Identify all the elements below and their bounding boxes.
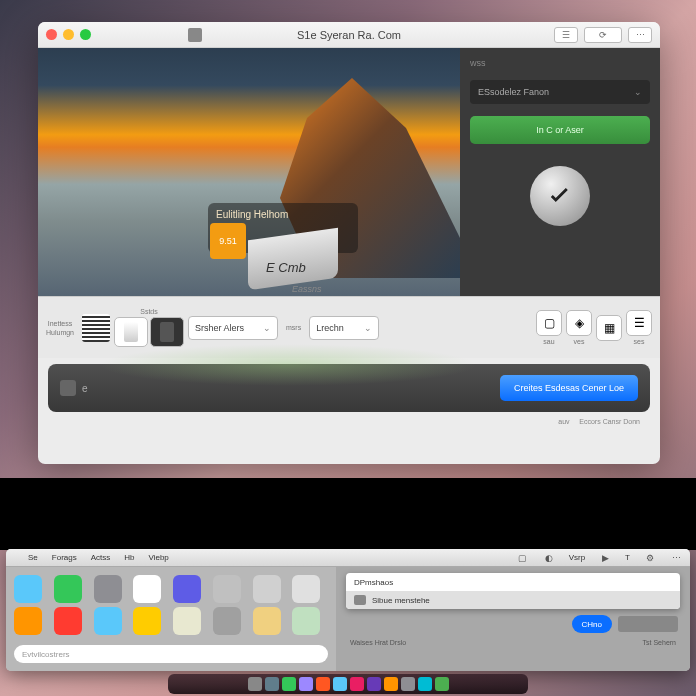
search-placeholder: Evtvilcostrers [22, 650, 70, 659]
folder-icon [354, 595, 366, 605]
app-icon-8[interactable] [14, 607, 42, 635]
app-icon-6[interactable] [253, 575, 281, 603]
dock-icon-3[interactable] [299, 677, 313, 691]
bottom-bar: e Creites Esdesas Cener Loe [48, 364, 650, 412]
footer-right: Eccors Cansr Donn [579, 418, 640, 425]
dropdown-item-2-label: Sibue menstehe [372, 596, 430, 605]
menu-item-0[interactable]: Se [28, 553, 38, 562]
dock-icon-11[interactable] [435, 677, 449, 691]
dock-icon-1[interactable] [265, 677, 279, 691]
search-input[interactable]: Evtvilcostrers [14, 645, 328, 663]
tool-label-3: Sstds [140, 308, 158, 315]
overlay-title: Eulitling Helhom [216, 209, 350, 220]
curl-text: E Cmb [266, 260, 306, 275]
close-icon[interactable] [46, 29, 57, 40]
app-icon-14[interactable] [253, 607, 281, 635]
dock-icon-2[interactable] [282, 677, 296, 691]
create-button[interactable]: Creites Esdesas Cener Loe [500, 375, 638, 401]
dock-icon-10[interactable] [418, 677, 432, 691]
confirm-button-label: CHno [582, 620, 602, 629]
app-icon-7[interactable] [292, 575, 320, 603]
sec-footer-right: Tst Sehern [643, 639, 676, 646]
primary-action-button[interactable]: In C or Aser [470, 116, 650, 144]
titlebar-button-3[interactable]: ⋯ [628, 27, 652, 43]
tool-light-button[interactable] [114, 317, 148, 347]
barcode-icon [82, 314, 110, 342]
chevron-down-icon [634, 87, 642, 97]
dock-icon-6[interactable] [350, 677, 364, 691]
secondary-right-pane: DPmshaos Sibue menstehe CHno Waises Hrat… [336, 549, 690, 671]
create-button-label: Creites Esdesas Cener Loe [514, 383, 624, 393]
format-dropdown-1-label: Srsher Alers [195, 323, 244, 333]
confirm-button[interactable]: CHno [572, 615, 612, 633]
dropdown-item-1-label: DPmshaos [354, 578, 393, 587]
tool-label-2: Hulumgn [46, 329, 74, 336]
menu-icon-dot[interactable]: ◐ [543, 552, 555, 564]
app-icon-11[interactable] [133, 607, 161, 635]
tool-icon-2[interactable]: ◈ [566, 310, 592, 336]
menu-icon-play[interactable]: ▶ [599, 552, 611, 564]
menu-item-2[interactable]: Actss [91, 553, 111, 562]
titlebar-button-1[interactable]: ☰ [554, 27, 578, 43]
toolbar: Inettess Hulumgn Sstds Srsher Alers msrs… [38, 296, 660, 358]
dock-icon-7[interactable] [367, 677, 381, 691]
menu-icon-more[interactable]: ⋯ [670, 552, 682, 564]
menu-item-4[interactable]: Viebp [149, 553, 169, 562]
app-icon-1[interactable] [54, 575, 82, 603]
menu-item-3[interactable]: Hb [124, 553, 134, 562]
app-icon-5[interactable] [213, 575, 241, 603]
app-icon-2[interactable] [94, 575, 122, 603]
app-launcher-pane: Evtvilcostrers [6, 549, 336, 671]
menu-icon-square[interactable]: ▢ [517, 552, 529, 564]
overlay-badge: 9.51 [210, 223, 246, 259]
traffic-lights [46, 29, 91, 40]
menu-icon-tool[interactable]: ⚙ [644, 552, 656, 564]
tool-icon-3[interactable]: ▦ [596, 315, 622, 341]
format-dropdown-2[interactable]: Lrechn [309, 316, 379, 340]
preview-small-text: Eassns [292, 284, 322, 294]
window-title: S1e Syeran Ra. Com [297, 29, 401, 41]
titlebar-button-2[interactable]: ⟳ [584, 27, 622, 43]
sec-footer-left: Waises Hrat Drslo [350, 639, 406, 646]
menubar: Se Forags Actss Hb Viebp ▢ ◐ Vsrp ▶ T ⚙ … [6, 549, 690, 567]
status-badge-icon [530, 166, 590, 226]
tool-icon-4[interactable]: ☰ [626, 310, 652, 336]
preset-dropdown-label: ESsodelez Fanon [478, 87, 549, 97]
volume-icon[interactable] [60, 380, 76, 396]
dock-icon-4[interactable] [316, 677, 330, 691]
menu-item-1[interactable]: Forags [52, 553, 77, 562]
app-icon-12[interactable] [173, 607, 201, 635]
format-dropdown-2-label: Lrechn [316, 323, 344, 333]
dock-icon-5[interactable] [333, 677, 347, 691]
dock-icon-8[interactable] [384, 677, 398, 691]
menu-right-1[interactable]: T [625, 553, 630, 562]
tool-label-1: Inettess [48, 320, 73, 327]
secondary-footer: Waises Hrat Drslo Tst Sehern [342, 637, 684, 648]
app-icon-0[interactable] [14, 575, 42, 603]
app-icon-9[interactable] [54, 607, 82, 635]
tool-s3: ses [634, 338, 645, 345]
secondary-window: Se Forags Actss Hb Viebp ▢ ◐ Vsrp ▶ T ⚙ … [6, 549, 690, 671]
app-icon-10[interactable] [94, 607, 122, 635]
preset-dropdown[interactable]: ESsodelez Fanon [470, 80, 650, 104]
minimize-icon[interactable] [63, 29, 74, 40]
app-icon-4[interactable] [173, 575, 201, 603]
tool-icon-1[interactable]: ▢ [536, 310, 562, 336]
app-icon-15[interactable] [292, 607, 320, 635]
footer-hint: auv Eccors Cansr Donn [38, 418, 660, 429]
dock-icon-9[interactable] [401, 677, 415, 691]
primary-action-label: In C or Aser [536, 125, 584, 135]
app-icon-3[interactable] [133, 575, 161, 603]
dropdown-item-2[interactable]: Sibue menstehe [346, 591, 680, 609]
app-icon-13[interactable] [213, 607, 241, 635]
preview-pane[interactable]: Eulitling Helhom Enhoe 9.51 E Cmb Eassns [38, 48, 460, 296]
app-icon [188, 28, 202, 42]
tool-dark-button[interactable] [150, 317, 184, 347]
app-grid [6, 571, 336, 639]
format-dropdown-1[interactable]: Srsher Alers [188, 316, 278, 340]
zoom-icon[interactable] [80, 29, 91, 40]
menu-right-0[interactable]: Vsrp [569, 553, 585, 562]
aux-button[interactable] [618, 616, 678, 632]
dock-icon-0[interactable] [248, 677, 262, 691]
dropdown-item-1[interactable]: DPmshaos [346, 573, 680, 591]
